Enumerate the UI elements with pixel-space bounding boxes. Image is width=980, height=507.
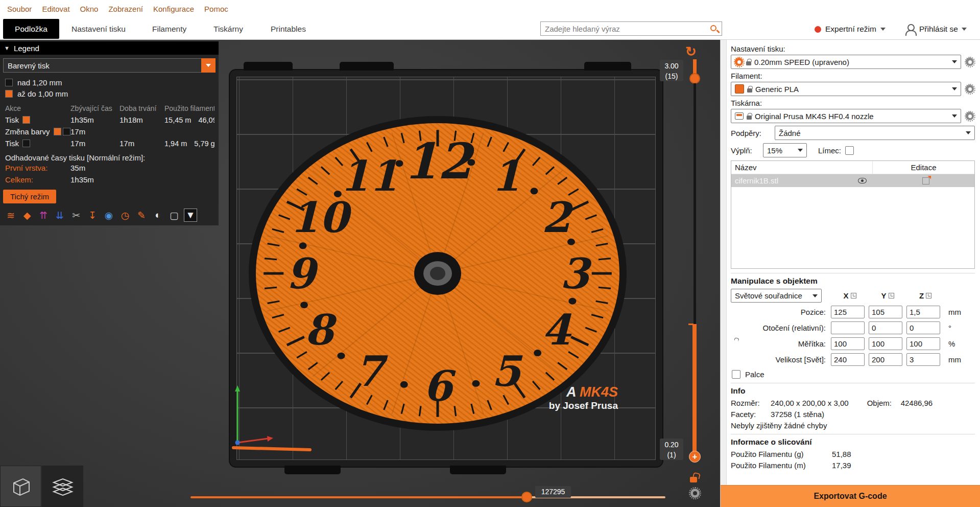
shells-icon[interactable]: ◐ <box>151 209 164 222</box>
object-row-selected[interactable]: cifernik1B.stl <box>731 174 974 187</box>
col-doba: Doba trvání <box>119 104 164 112</box>
menu-editovat[interactable]: Editovat <box>37 5 75 13</box>
slider-settings-gear-icon[interactable] <box>690 489 700 498</box>
position-y-input[interactable] <box>869 306 902 318</box>
svg-text:3: 3 <box>560 249 592 298</box>
unlock-icon[interactable] <box>690 477 697 482</box>
printer-gear-button[interactable] <box>965 111 975 121</box>
print-settings-select[interactable]: 0.20mm SPEED (upraveno) <box>731 55 961 69</box>
layer-slider-bottom-handle[interactable]: + <box>689 451 701 463</box>
layer-slider-top-handle[interactable] <box>689 73 700 84</box>
move-slider-track-filled[interactable] <box>190 496 527 498</box>
rotation-y-input[interactable] <box>869 321 902 334</box>
rotation-unit: ° <box>944 324 967 332</box>
seams-icon[interactable]: ✂ <box>69 209 83 222</box>
tab-nastaveni-tisku[interactable]: Nastavení tisku <box>66 19 131 39</box>
axis-reset-icon[interactable] <box>926 293 931 298</box>
filament-used-m-row: Použito Filamentu (m) 17,39 <box>731 461 975 470</box>
svg-text:4: 4 <box>542 305 572 354</box>
view-type-value: Barevný tisk <box>8 61 50 70</box>
filament-value: Generic PLA <box>755 85 799 94</box>
supports-value: Žádné <box>779 129 801 137</box>
print-settings-label: Nastavení tisku: <box>731 44 975 53</box>
size-x-input[interactable] <box>831 353 865 366</box>
tab-printables[interactable]: Printables <box>266 19 311 39</box>
rotation-x-input[interactable] <box>831 321 865 334</box>
supports-select[interactable]: Žádné <box>775 126 975 140</box>
move-slider-handle[interactable] <box>521 492 532 502</box>
retractions-icon[interactable]: ⇈ <box>37 209 50 222</box>
dropdown-arrow-icon[interactable] <box>201 58 216 73</box>
layer-slider-range[interactable] <box>692 324 697 455</box>
inches-checkbox[interactable] <box>732 370 740 379</box>
legend-header[interactable]: ▼ Legend <box>0 41 219 55</box>
custom-gcode-icon[interactable]: ◷ <box>118 209 132 222</box>
axis-reset-icon[interactable] <box>851 293 856 298</box>
coords-select[interactable]: Světové souřadnice <box>731 289 822 303</box>
size-z-input[interactable] <box>906 353 940 366</box>
login-button[interactable]: Přihlásit se <box>905 21 967 37</box>
bed-tab <box>244 62 293 71</box>
pause-prints-icon[interactable]: ◉ <box>102 209 115 222</box>
used-cell: 15,45 m 46,09 g <box>164 116 214 124</box>
col-akce: Akce <box>5 104 70 112</box>
rotation-z-input[interactable] <box>906 321 940 334</box>
travels-icon[interactable]: ≋ <box>4 209 17 222</box>
edit-object-icon[interactable] <box>922 177 929 185</box>
rotation-label: Otočení (relativní): <box>731 324 831 332</box>
z-axis-header: Z <box>906 291 944 300</box>
export-gcode-button[interactable]: Exportovat G-code <box>721 485 980 507</box>
object-name: cifernik1B.stl <box>731 176 858 185</box>
chevron-down-icon <box>952 114 957 118</box>
3d-view-button[interactable] <box>0 466 41 507</box>
filament-select[interactable]: Generic PLA <box>731 82 961 96</box>
reset-rotation-icon[interactable]: ↻ <box>685 45 697 58</box>
printer-label: Tiskárna: <box>731 99 975 107</box>
estimate-value: 35m <box>70 164 219 172</box>
scale-x-input[interactable] <box>831 337 865 350</box>
tab-filamenty[interactable]: Filamenty <box>147 19 192 39</box>
mode-label: Expertní režim <box>825 25 876 34</box>
mode-selector[interactable]: Expertní režim <box>815 22 886 36</box>
inches-label: Palce <box>745 370 764 379</box>
tab-podlozka[interactable]: Podložka <box>3 19 59 39</box>
menu-soubor[interactable]: Soubor <box>2 5 37 13</box>
infill-select[interactable]: 15% <box>763 143 807 157</box>
filament-used-g-value: 51,88 <box>832 450 851 458</box>
layers-view-button[interactable] <box>42 466 83 507</box>
scale-z-input[interactable] <box>906 337 940 350</box>
scale-y-input[interactable] <box>869 337 902 350</box>
position-x-input[interactable] <box>831 306 865 318</box>
used-meters: 1,94 m <box>164 140 187 148</box>
edit-gcode-icon[interactable]: ✎ <box>135 209 148 222</box>
panel-scrollbar[interactable] <box>721 40 727 507</box>
brim-checkbox[interactable] <box>845 146 854 155</box>
layer-slider-bottom-tooltip: 0.20 (1) <box>660 439 683 460</box>
tab-tiskarny[interactable]: Tiskárny <box>208 19 248 39</box>
deretractions-icon[interactable]: ⇊ <box>53 209 66 222</box>
size-y-input[interactable] <box>869 353 902 366</box>
layer-slider-track[interactable] <box>694 83 696 324</box>
printer-select[interactable]: Original Prusa MK4S HF0.4 nozzle <box>731 109 961 123</box>
search-input[interactable] <box>541 22 722 35</box>
color-changes-icon[interactable]: ↧ <box>86 209 99 222</box>
search-icon[interactable] <box>710 25 716 31</box>
wipe-icon[interactable]: ◆ <box>20 209 34 222</box>
user-icon <box>905 24 916 35</box>
menu-pomoc[interactable]: Pomoc <box>199 5 233 13</box>
axis-reset-icon[interactable] <box>889 293 894 298</box>
filament-gear-button[interactable] <box>965 84 975 94</box>
box-icon[interactable]: ▢ <box>168 209 181 222</box>
view-type-select[interactable]: Barevný tisk <box>3 58 216 73</box>
position-z-input[interactable] <box>906 306 940 318</box>
stealth-mode-button[interactable]: Tichý režim <box>3 190 56 203</box>
manipulation-section: Manipulace s objektem Světové souřadnice… <box>731 273 975 379</box>
menu-zobrazeni[interactable]: Zobrazení <box>103 5 148 13</box>
svg-text:2: 2 <box>542 193 574 242</box>
nozzle-icon[interactable]: ▼ <box>184 209 197 222</box>
size-unit: mm <box>944 355 967 364</box>
menu-okno[interactable]: Okno <box>75 5 104 13</box>
print-settings-gear-button[interactable] <box>965 57 975 67</box>
visibility-eye-icon[interactable] <box>858 178 867 183</box>
menu-konfigurace[interactable]: Konfigurace <box>148 5 199 13</box>
